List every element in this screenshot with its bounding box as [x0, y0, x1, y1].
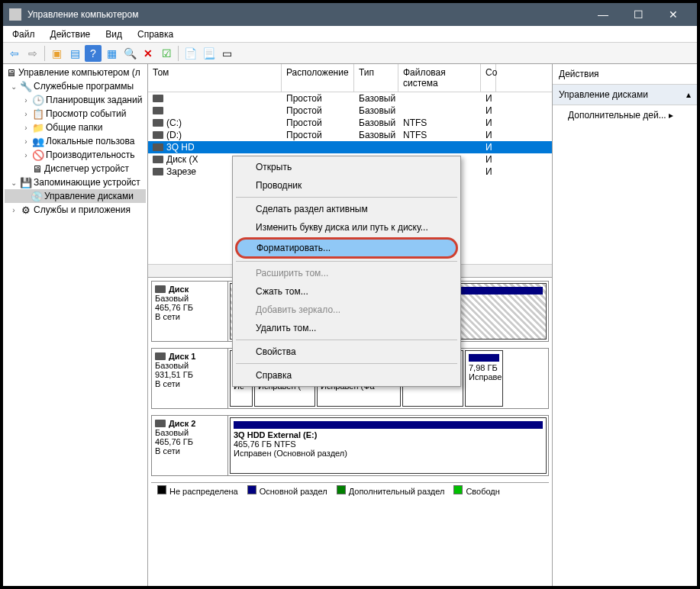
disk2-part[interactable]: 3Q HDD External (E:) 465,76 ГБ NTFS Испр… — [230, 417, 547, 474]
tree-utilities[interactable]: ⌄🔧Служебные программы — [5, 79, 146, 93]
ctx-active[interactable]: Сделать раздел активным — [234, 200, 459, 218]
close-button[interactable]: ✕ — [656, 3, 691, 26]
menu-help[interactable]: Справка — [131, 27, 179, 41]
ctx-open[interactable]: Открыть — [234, 158, 459, 176]
volume-row[interactable]: ПростойБазовыйИ — [148, 92, 552, 105]
disk-row-2: Диск 2 Базовый 465,76 ГБ В сети 3Q HDD E… — [151, 415, 549, 476]
back-button[interactable]: ⇦ — [6, 45, 23, 62]
actions-more[interactable]: Дополнительные дей... ▸ — [553, 105, 697, 125]
actions-header: Действия — [553, 64, 697, 85]
volume-row[interactable]: 3Q HDИ — [148, 141, 552, 153]
col-volume[interactable]: Том — [148, 64, 282, 92]
menu-action[interactable]: Действие — [44, 27, 97, 41]
tree-perf[interactable]: ›🚫Производительность — [5, 148, 146, 162]
context-menu: Открыть Проводник Сделать раздел активны… — [232, 156, 461, 387]
tree-storage[interactable]: ⌄💾Запоминающие устройст — [5, 175, 146, 189]
tree-users[interactable]: ›👥Локальные пользова — [5, 134, 146, 148]
show-hide-button[interactable]: ▣ — [48, 45, 65, 62]
disk1-part[interactable]: 7,98 ГБИсправе — [465, 350, 503, 407]
tree-scheduler[interactable]: ›🕒Планировщик заданий — [5, 93, 146, 107]
collapse-icon: ▴ — [686, 89, 691, 100]
disk-icon — [153, 168, 163, 175]
col-layout[interactable]: Расположение — [282, 64, 354, 92]
tree-events[interactable]: ›📋Просмотр событий — [5, 107, 146, 121]
titlebar: Управление компьютером — ☐ ✕ — [3, 3, 697, 26]
volume-row[interactable]: (C:)ПростойБазовыйNTFSИ — [148, 117, 552, 129]
legend: Не распределена Основной раздел Дополнит… — [151, 482, 549, 497]
tool-button-3[interactable]: ☑ — [158, 45, 175, 62]
menu-view[interactable]: Вид — [99, 27, 128, 41]
actions-diskmgmt[interactable]: Управление дисками▴ — [553, 85, 697, 105]
tool-button-5[interactable]: 📃 — [200, 45, 217, 62]
ctx-help[interactable]: Справка — [234, 366, 459, 385]
tree-shared[interactable]: ›📁Общие папки — [5, 121, 146, 134]
help-button[interactable]: ? — [85, 45, 102, 62]
ctx-shrink[interactable]: Сжать том... — [234, 282, 459, 301]
volume-header: Том Расположение Тип Файловая система Со — [148, 64, 552, 92]
view-button[interactable]: ▤ — [66, 45, 83, 62]
maximize-button[interactable]: ☐ — [621, 3, 656, 26]
tool-button-6[interactable]: ▭ — [218, 45, 235, 62]
disk-icon — [153, 131, 163, 139]
disk-info-2: Диск 2 Базовый 465,76 ГБ В сети — [152, 416, 228, 475]
ctx-format[interactable]: Форматировать... — [235, 237, 458, 259]
toolbar: ⇦ ⇨ ▣ ▤ ? ▦ 🔍 ✕ ☑ 📄 📃 ▭ — [3, 43, 697, 64]
forward-button[interactable]: ⇨ — [24, 45, 41, 62]
disk-icon — [153, 107, 163, 114]
app-icon — [9, 8, 21, 21]
disk-icon — [153, 95, 163, 102]
tree-devmgr[interactable]: 🖥Диспетчер устройст — [5, 162, 146, 175]
tree-services[interactable]: ›⚙Службы и приложения — [5, 203, 146, 217]
disk-icon — [153, 156, 163, 163]
disk-info-0: Диск Базовый 465,76 ГБ В сети — [152, 282, 228, 341]
minimize-button[interactable]: — — [585, 3, 621, 26]
window-controls: — ☐ ✕ — [585, 3, 691, 26]
tool-button-4[interactable]: 📄 — [182, 45, 198, 62]
ctx-explorer[interactable]: Проводник — [234, 176, 459, 195]
disk-icon — [153, 119, 163, 127]
tree-root[interactable]: 🖥Управление компьютером (л — [5, 66, 146, 79]
ctx-props[interactable]: Свойства — [234, 343, 459, 361]
menu-file[interactable]: Файл — [6, 27, 41, 41]
window-title: Управление компьютером — [27, 9, 585, 20]
ctx-letter[interactable]: Изменить букву диска или путь к диску... — [234, 218, 459, 237]
col-type[interactable]: Тип — [354, 64, 398, 92]
disk-icon — [153, 143, 163, 151]
ctx-delete[interactable]: Удалить том... — [234, 319, 459, 337]
ctx-mirror: Добавить зеркало... — [234, 301, 459, 319]
volume-row[interactable]: ПростойБазовыйИ — [148, 105, 552, 117]
disk-info-1: Диск 1 Базовый 931,51 ГБ В сети — [152, 349, 228, 408]
tree-diskmgmt[interactable]: 💿Управление дисками — [5, 189, 146, 203]
col-status[interactable]: Со — [481, 64, 496, 92]
menubar: Файл Действие Вид Справка — [3, 26, 697, 43]
tool-button-1[interactable]: ▦ — [103, 45, 120, 62]
ctx-extend: Расширить том... — [234, 264, 459, 282]
actions-panel: Действия Управление дисками▴ Дополнитель… — [552, 64, 697, 586]
delete-button[interactable]: ✕ — [140, 45, 156, 62]
tool-button-2[interactable]: 🔍 — [121, 45, 138, 62]
volume-row[interactable]: (D:)ПростойБазовыйNTFSИ — [148, 129, 552, 141]
chevron-right-icon: ▸ — [669, 110, 673, 121]
tree-panel: 🖥Управление компьютером (л ⌄🔧Служебные п… — [3, 64, 148, 586]
col-fs[interactable]: Файловая система — [398, 64, 481, 92]
